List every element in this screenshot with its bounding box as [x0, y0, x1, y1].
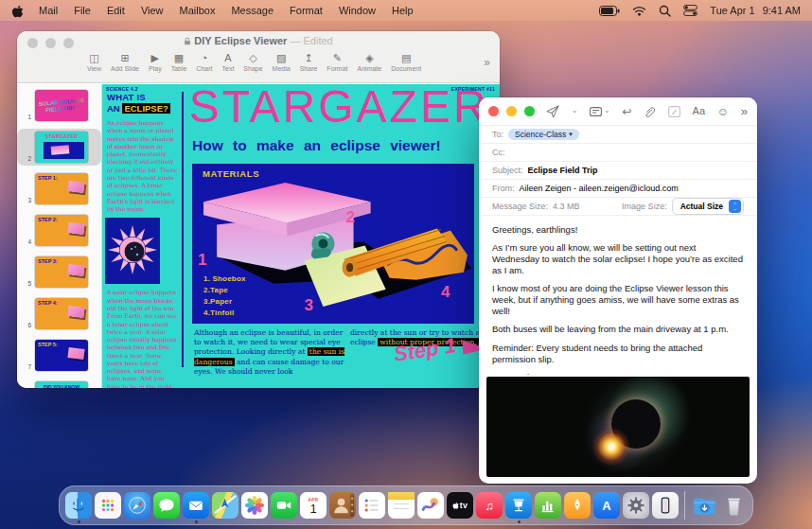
dock-mail-icon[interactable] — [183, 492, 209, 519]
from-field[interactable]: From: Aileen Zeigen - aileen.zeigen@iclo… — [479, 180, 757, 198]
toolbar-button[interactable]: ◫ View — [87, 52, 101, 72]
document-title[interactable]: DIY Eclipse Viewer — [194, 35, 287, 46]
menu-clock[interactable]: Tue Apr 1 9:41 AM — [710, 5, 801, 16]
recipient-token[interactable]: Science-Class ▾ — [508, 129, 579, 140]
send-button[interactable] — [546, 105, 559, 118]
attach-button[interactable] — [644, 105, 656, 118]
menu-item[interactable]: Help — [392, 5, 414, 16]
dock-reminders-icon[interactable] — [359, 492, 385, 519]
dock-appletv-icon[interactable]: tv — [447, 492, 473, 519]
sun-illustration — [105, 218, 160, 284]
dock-safari-icon[interactable] — [124, 492, 150, 519]
menu-item[interactable]: File — [74, 5, 91, 16]
menu-item[interactable]: Message — [231, 5, 274, 16]
dock-maps-icon[interactable] — [212, 492, 238, 519]
send-options-chevron[interactable]: ⌄ — [572, 107, 578, 115]
dock-downloads-icon[interactable] — [691, 492, 717, 519]
toolbar-button[interactable]: ◔ Chart — [196, 52, 212, 72]
slide-canvas[interactable]: SCIENCE 4.2 EXPERIMENT #11 WHAT IS AN EC… — [102, 84, 500, 388]
eclipse-sun-icon — [105, 218, 160, 284]
subject-field[interactable]: Subject: Eclipse Field Trip — [479, 162, 757, 180]
dock-music-icon[interactable]: ♫ — [476, 492, 503, 519]
toolbar-icon: ◈ — [365, 52, 373, 63]
toolbar-button[interactable]: ▦ Table — [171, 52, 187, 72]
emoji-button[interactable]: ☺ — [717, 106, 729, 117]
column-divider — [182, 92, 184, 367]
battery-icon[interactable] — [599, 6, 620, 16]
dock-finder-icon[interactable] — [65, 492, 92, 519]
toolbar-button[interactable]: ⊞ Add Slide — [111, 52, 139, 72]
size-row: Message Size: 4.3 MB Image Size: Actual … — [479, 198, 757, 216]
body-paragraph: I know most of you are doing the Eclipse… — [492, 283, 744, 317]
slide-thumbnail[interactable]: 3 STEP 1: — [17, 170, 101, 207]
slide-thumbnail[interactable]: 7 STEP 5: — [17, 337, 101, 374]
menu-item[interactable]: View — [141, 5, 164, 16]
menu-item[interactable]: Mailbox — [180, 5, 216, 16]
toolbar-button[interactable]: ✎ Format — [327, 52, 347, 72]
minimize-button[interactable] — [506, 106, 517, 116]
image-size-popup[interactable]: Actual Size ⌃⌄ — [672, 198, 744, 215]
menu-time: 9:41 AM — [763, 5, 801, 16]
dock-messages-icon[interactable] — [153, 492, 180, 519]
menu-item[interactable]: Edit — [107, 5, 125, 16]
dock-photos-icon[interactable] — [241, 492, 268, 519]
message-body[interactable]: Greetings, earthlings!As I’m sure you al… — [479, 216, 757, 375]
eclipse-photo-attachment[interactable] — [486, 377, 750, 477]
close-button[interactable] — [488, 106, 499, 116]
dock-calendar-icon[interactable]: APR 1 — [300, 492, 327, 519]
toolbar-overflow-button[interactable]: » — [484, 56, 490, 69]
control-center-icon[interactable] — [683, 5, 697, 16]
slide-thumbnail[interactable]: 1 SOLAR ECLIPSE FIELD TRIP! — [17, 87, 101, 124]
materials-list-item: 2.Tape — [203, 285, 246, 296]
dock-contacts-icon[interactable] — [329, 492, 356, 519]
toolbar-button[interactable]: ▨ Media — [273, 52, 291, 72]
dock-freeform-icon[interactable] — [417, 492, 444, 519]
dock-launchpad-icon[interactable] — [95, 492, 121, 519]
svg-text:4: 4 — [441, 283, 450, 301]
wifi-icon[interactable] — [632, 6, 646, 16]
toolbar-button[interactable]: A Text — [222, 52, 235, 72]
dock: APR 1 tv ♫ A — [59, 485, 753, 525]
slide-thumbnail[interactable]: 5 STEP 3: — [17, 254, 101, 291]
apple-menu-icon[interactable] — [11, 4, 24, 18]
mail-compose-window: ⌄ ⌄ ↩ Aa ☺ » To: Science-Class — [479, 97, 757, 484]
more-button[interactable]: » — [741, 105, 748, 117]
toolbar-icon: ▶ — [151, 52, 159, 63]
toolbar-button[interactable]: ◇ Shape — [243, 52, 262, 72]
dock-facetime-icon[interactable] — [271, 492, 297, 519]
format-button[interactable]: Aa — [693, 106, 705, 116]
dock-keynote-icon[interactable] — [505, 492, 532, 519]
dock-settings-icon[interactable] — [623, 492, 649, 519]
slide-thumbnail[interactable]: 6 STEP 4: — [17, 295, 101, 332]
dock-pages-icon[interactable] — [564, 492, 591, 519]
menu-item[interactable]: Format — [290, 5, 323, 16]
to-field[interactable]: To: Science-Class ▾ — [479, 126, 757, 144]
highlighted-word: ECLIPSE? — [122, 103, 169, 114]
materials-panel: 1 2 3 4 MATERIALS 1. Shoebox2.Tape3.Pape… — [192, 164, 474, 324]
toolbar-button[interactable]: ↥ Share — [300, 52, 318, 72]
header-fields-button[interactable]: ⌄ — [590, 107, 610, 116]
dock-appstore-icon[interactable]: A — [593, 492, 620, 519]
body-paragraph: Greetings, earthlings! — [492, 224, 744, 236]
dock-iphone-mirroring-icon[interactable] — [652, 492, 679, 519]
slide-thumbnail[interactable]: 4 STEP 2: — [17, 212, 101, 249]
menu-item[interactable]: Mail — [39, 5, 58, 16]
dock-numbers-icon[interactable] — [535, 492, 561, 519]
toolbar-button[interactable]: ▶ Play — [149, 52, 162, 72]
undo-button[interactable]: ↩ — [622, 106, 631, 117]
dock-trash-icon[interactable] — [720, 492, 747, 519]
search-icon[interactable] — [659, 5, 671, 17]
toolbar-button[interactable]: ▤ Document — [391, 52, 421, 72]
eclipse-paragraph-1: An eclipse happens when a moon or planet… — [107, 119, 177, 213]
svg-text:3: 3 — [304, 296, 312, 314]
slide-thumbnail-preview: SOLAR ECLIPSE FIELD TRIP! — [35, 90, 88, 121]
cc-field[interactable]: Cc: — [479, 144, 757, 162]
toolbar-button[interactable]: ◈ Animate — [358, 52, 382, 72]
menu-item[interactable]: Window — [339, 5, 376, 16]
toolbar-icon: ▤ — [401, 52, 411, 63]
zoom-button[interactable] — [524, 106, 535, 116]
dock-notes-icon[interactable] — [388, 492, 415, 519]
slide-thumbnail[interactable]: 2 STARGAZER — [17, 129, 101, 166]
slide-thumbnail[interactable]: 8 DID YOU KNOW — [17, 379, 101, 388]
markup-button[interactable] — [668, 106, 680, 117]
